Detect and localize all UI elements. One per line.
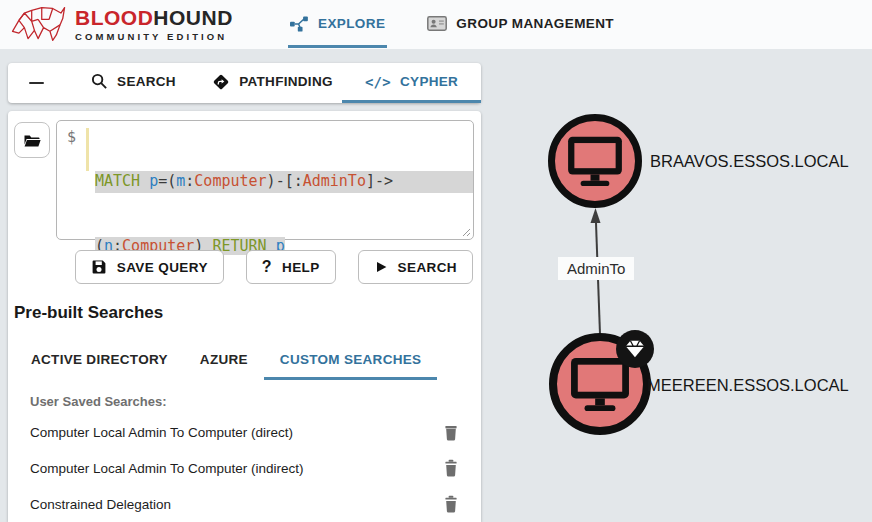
tab-azure[interactable]: AZURE <box>184 344 264 380</box>
saved-search-list: Computer Local Admin To Computer (direct… <box>8 414 481 522</box>
code-line-1: MATCH p=(m:Computer)-[:AdminTo]-> <box>95 171 473 193</box>
brand-hound: HOUND <box>153 6 233 29</box>
cypher-query-input[interactable]: $ MATCH p=(m:Computer)-[:AdminTo]-> (n:C… <box>56 120 474 240</box>
trash-icon <box>443 459 459 477</box>
save-query-label: SAVE QUERY <box>117 260 208 275</box>
saved-search-item[interactable]: Constrained Delegation <box>8 486 481 522</box>
gutter-bar <box>86 128 89 171</box>
node-braavos[interactable] <box>548 114 642 208</box>
computer-icon <box>566 135 624 187</box>
save-query-button[interactable]: SAVE QUERY <box>75 250 224 284</box>
nav-explore[interactable]: EXPLORE <box>288 2 387 48</box>
explore-tab-bar: SEARCH PATHFINDING </> CYPHER <box>8 63 481 103</box>
tab-custom-searches[interactable]: CUSTOM SEARCHES <box>264 344 438 380</box>
explore-graph-icon <box>290 16 309 32</box>
play-icon <box>374 260 388 274</box>
group-management-icon <box>427 16 447 31</box>
saved-search-item-label: Computer Local Admin To Computer (direct… <box>30 425 441 440</box>
app-header: BLOODHOUND COMMUNITY EDITION EXPLORE <box>0 0 872 49</box>
brand-title: BLOODHOUND <box>75 7 233 28</box>
tab-cypher[interactable]: </> CYPHER <box>342 63 481 103</box>
bloodhound-app: BLOODHOUND COMMUNITY EDITION EXPLORE <box>0 0 872 522</box>
trash-icon <box>443 495 459 513</box>
delete-saved-search-button[interactable] <box>441 493 461 515</box>
resize-handle-icon[interactable] <box>462 228 471 237</box>
prompt-symbol: $ <box>57 128 86 239</box>
node-label-braavos: BRAAVOS.ESSOS.LOCAL <box>650 152 849 171</box>
help-button[interactable]: ? HELP <box>246 250 336 284</box>
tab-active-directory[interactable]: ACTIVE DIRECTORY <box>15 344 184 380</box>
high-value-gem-badge-icon <box>616 330 654 368</box>
editor-actions: SAVE QUERY ? HELP SEARCH <box>75 250 473 284</box>
help-icon: ? <box>262 258 272 276</box>
tab-search[interactable]: SEARCH <box>64 63 203 103</box>
cypher-code-icon: </> <box>365 74 391 90</box>
cypher-panel: $ MATCH p=(m:Computer)-[:AdminTo]-> (n:C… <box>8 111 481 522</box>
run-search-button[interactable]: SEARCH <box>358 250 473 284</box>
graph-canvas[interactable]: BRAAVOS.ESSOS.LOCAL AdminTo MEEREEN.ESSO… <box>481 49 872 522</box>
computer-icon <box>569 356 631 412</box>
edge-adminto <box>481 49 872 522</box>
help-label: HELP <box>282 260 320 275</box>
nav-explore-label: EXPLORE <box>318 16 385 31</box>
node-label-meereen: MEEREEN.ESSOS.LOCAL <box>647 376 849 395</box>
cypher-code: MATCH p=(m:Computer)-[:AdminTo]-> (n:Com… <box>95 128 473 239</box>
minus-icon <box>29 82 44 85</box>
saved-search-item[interactable]: Computer Local Admin To Computer (direct… <box>8 414 481 450</box>
top-nav: EXPLORE GROUP MANAGEMENT <box>288 0 616 49</box>
nav-group-management[interactable]: GROUP MANAGEMENT <box>425 2 616 48</box>
tab-pathfinding-label: PATHFINDING <box>239 74 333 89</box>
folder-open-icon <box>23 133 42 147</box>
saved-search-item-label: Constrained Delegation <box>30 497 441 512</box>
brand-logo[interactable]: BLOODHOUND COMMUNITY EDITION <box>10 3 233 45</box>
prebuilt-searches-title: Pre-built Searches <box>14 303 163 323</box>
prebuilt-tab-bar: ACTIVE DIRECTORY AZURE CUSTOM SEARCHES <box>15 344 437 380</box>
brand-blood: BLOOD <box>75 6 153 29</box>
delete-saved-search-button[interactable] <box>441 421 461 443</box>
search-icon <box>91 73 108 90</box>
hound-logo-icon <box>10 3 68 45</box>
save-icon <box>91 259 107 275</box>
edge-label-adminto[interactable]: AdminTo <box>558 257 634 280</box>
saved-search-item-label: Computer Local Admin To Computer (indire… <box>30 461 441 476</box>
tab-cypher-label: CYPHER <box>400 74 458 89</box>
user-saved-searches-label: User Saved Searches: <box>30 394 167 409</box>
pathfinding-icon <box>212 73 230 91</box>
open-saved-queries-button[interactable] <box>14 122 50 158</box>
collapse-panel-button[interactable] <box>8 63 64 103</box>
run-search-label: SEARCH <box>398 260 457 275</box>
trash-icon <box>443 423 459 441</box>
delete-saved-search-button[interactable] <box>441 457 461 479</box>
brand-subtitle: COMMUNITY EDITION <box>75 31 233 42</box>
saved-search-item[interactable]: Computer Local Admin To Computer (indire… <box>8 450 481 486</box>
tab-search-label: SEARCH <box>117 74 176 89</box>
tab-pathfinding[interactable]: PATHFINDING <box>203 63 342 103</box>
nav-group-management-label: GROUP MANAGEMENT <box>456 16 614 31</box>
